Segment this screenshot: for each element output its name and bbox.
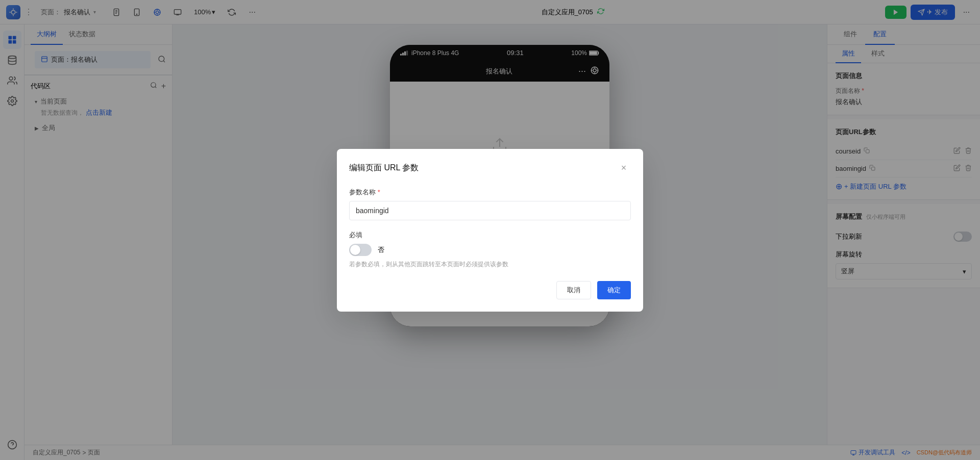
required-field: 必填 否 若参数必填，则从其他页面跳转至本页面时必须提供该参数 bbox=[349, 231, 631, 269]
modal-header: 编辑页面 URL 参数 × bbox=[349, 161, 631, 175]
required-label: 必填 bbox=[349, 231, 631, 240]
confirm-btn[interactable]: 确定 bbox=[597, 281, 631, 299]
param-name-label: 参数名称 * bbox=[349, 188, 631, 197]
required-hint: 若参数必填，则从其他页面跳转至本页面时必须提供该参数 bbox=[349, 260, 631, 269]
modal-close-btn[interactable]: × bbox=[617, 161, 631, 175]
edit-url-param-modal: 编辑页面 URL 参数 × 参数名称 * 必填 否 若参数必填，则从其他页面跳转… bbox=[337, 149, 643, 312]
required-toggle-knob bbox=[350, 245, 360, 255]
modal-overlay[interactable]: 编辑页面 URL 参数 × 参数名称 * 必填 否 若参数必填，则从其他页面跳转… bbox=[0, 0, 980, 460]
param-name-field: 参数名称 * bbox=[349, 188, 631, 220]
required-toggle[interactable] bbox=[349, 244, 372, 256]
param-name-required: * bbox=[378, 188, 380, 196]
modal-title: 编辑页面 URL 参数 bbox=[349, 163, 419, 173]
toggle-no-label: 否 bbox=[378, 245, 384, 254]
required-toggle-row: 否 bbox=[349, 244, 631, 256]
param-name-input[interactable] bbox=[349, 201, 631, 220]
cancel-btn[interactable]: 取消 bbox=[556, 281, 591, 299]
modal-footer: 取消 确定 bbox=[349, 281, 631, 299]
